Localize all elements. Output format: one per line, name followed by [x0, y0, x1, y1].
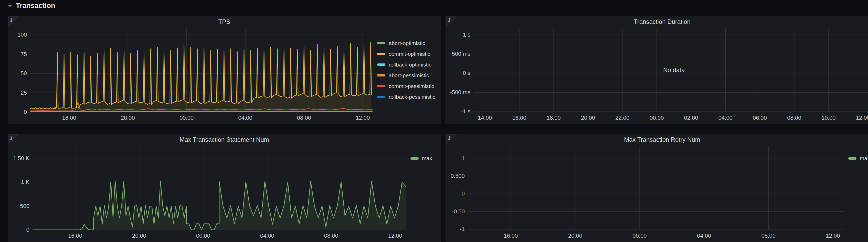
x-tick-label: 20:00: [581, 114, 595, 121]
x-tick-label: 00:00: [650, 114, 664, 121]
x-tick-label: 12:00: [388, 233, 402, 239]
legend-label: commit-optimistic: [389, 51, 430, 57]
legend-label: commit-pessimistic: [389, 83, 434, 89]
x-tick-label: 20:00: [568, 233, 582, 239]
panel-title[interactable]: Max Transaction Retry Num: [461, 136, 863, 143]
legend-swatch: [377, 53, 385, 55]
y-tick-label: 0: [24, 109, 27, 115]
chart-area: 05001 K1.50 K max: [12, 146, 437, 230]
x-tick-label: 00:00: [180, 114, 193, 121]
legend-label: max: [422, 155, 432, 162]
x-tick-label: 04:00: [697, 233, 711, 239]
x-tick-label: 08:00: [297, 114, 311, 121]
x-tick-label: 14:00: [478, 114, 492, 121]
panel-max-transaction-retry-num: i Max Transaction Retry Num -1-0.5000.50…: [445, 134, 868, 242]
legend-swatch: [377, 96, 385, 98]
x-tick-label: 04:00: [260, 233, 274, 239]
x-tick-label: 22:00: [615, 114, 629, 121]
panel-transaction-duration: i Transaction Duration -1 s-500 ms0 s500…: [445, 16, 868, 124]
x-axis: 16:0020:0000:0004:0008:0012:00: [468, 233, 844, 240]
panel-info-icon[interactable]: i: [446, 134, 457, 145]
plot-canvas: No data: [473, 28, 868, 112]
x-axis: 16:0020:0000:0004:0008:0012:00: [33, 233, 406, 240]
y-tick-label: 1.50 K: [13, 155, 29, 162]
legend-item-abort-optimistic[interactable]: abort-optimistic: [373, 38, 437, 48]
legend: max: [406, 146, 437, 230]
y-tick-label: 75: [21, 51, 27, 58]
legend-swatch: [377, 63, 385, 66]
plot-canvas: [33, 146, 406, 230]
plot-canvas: [468, 146, 844, 230]
legend-item-abort-pessimistic[interactable]: abort-pessimistic: [373, 70, 437, 81]
legend-item-rollback-optimistic[interactable]: rollback-optimistic: [373, 59, 437, 70]
y-tick-label: 1: [462, 155, 465, 162]
x-tick-label: 04:00: [238, 114, 252, 121]
legend-item-rollback-pessimistic[interactable]: rollback-pessimistic: [373, 92, 437, 102]
x-tick-label: 02:00: [684, 114, 698, 121]
x-tick-label: 18:00: [547, 114, 561, 121]
x-axis: 16:0020:0000:0004:0008:0012:00: [30, 114, 373, 122]
no-data-text: No data: [663, 67, 685, 74]
x-tick-label: 16:00: [68, 233, 82, 239]
y-axis: 0255075100: [12, 28, 30, 112]
legend-item-commit-pessimistic[interactable]: commit-pessimistic: [373, 81, 437, 92]
y-tick-label: 0: [26, 227, 29, 233]
panel-info-icon[interactable]: i: [446, 16, 457, 27]
row-title: Transaction: [16, 2, 55, 10]
row-header-transaction[interactable]: Transaction: [7, 0, 55, 11]
y-tick-label: -0.50: [452, 208, 465, 215]
y-tick-label: -1 s: [461, 108, 470, 115]
legend-swatch: [377, 74, 385, 76]
legend: max: [844, 146, 868, 230]
panel-info-icon[interactable]: i: [8, 16, 19, 27]
y-tick-label: 25: [21, 90, 27, 96]
chart-canvas: [33, 146, 406, 230]
x-tick-label: 12:00: [355, 114, 370, 121]
legend-label: abort-optimistic: [389, 40, 425, 46]
x-tick-label: 08:00: [762, 233, 776, 239]
x-tick-label: 08:00: [787, 114, 801, 121]
panel-title[interactable]: Max Transaction Statement Num: [23, 136, 425, 143]
x-tick-label: 08:00: [324, 233, 338, 239]
chart-area: 0255075100 abort-optimisticcommit-optimi…: [12, 28, 437, 112]
y-tick-label: 50: [21, 70, 27, 77]
y-tick-label: 1 K: [21, 179, 29, 185]
legend-swatch: [410, 157, 418, 160]
y-tick-label: -500 ms: [450, 89, 470, 96]
y-axis: -1-0.5000.5001: [450, 146, 468, 230]
x-tick-label: 06:00: [753, 114, 767, 121]
legend: abort-optimisticcommit-optimisticrollbac…: [373, 28, 437, 112]
chart-canvas: [30, 28, 373, 112]
y-tick-label: 0: [462, 190, 465, 197]
legend-item-max[interactable]: max: [406, 153, 437, 164]
panel-tps: i TPS 0255075100 abort-optimisticcommit-…: [8, 16, 441, 124]
x-tick-label: 16:00: [504, 233, 518, 239]
legend-item-max[interactable]: max: [844, 153, 868, 164]
panel-title[interactable]: TPS: [23, 18, 425, 25]
y-tick-label: 0 s: [463, 70, 470, 76]
legend-swatch: [848, 157, 857, 160]
legend-item-commit-optimistic[interactable]: commit-optimistic: [373, 48, 437, 59]
chart-area: -1-0.5000.5001 max: [450, 146, 868, 230]
x-tick-label: 20:00: [121, 114, 135, 121]
chevron-down-icon: [7, 2, 13, 9]
x-tick-label: 12:00: [856, 114, 868, 121]
panel-info-icon[interactable]: i: [8, 134, 19, 145]
y-tick-label: 100: [18, 31, 27, 38]
legend-label: rollback-optimistic: [389, 62, 431, 68]
panel-title[interactable]: Transaction Duration: [461, 18, 863, 25]
chart-area: -1 s-500 ms0 s500 ms1 s No data: [450, 28, 868, 112]
legend-label: rollback-pessimistic: [389, 94, 435, 100]
y-tick-label: -1: [460, 226, 465, 233]
x-tick-label: 10:00: [822, 114, 835, 121]
legend-swatch: [377, 42, 385, 44]
x-tick-label: 00:00: [196, 233, 210, 239]
x-tick-label: 20:00: [132, 233, 146, 239]
y-axis: -1 s-500 ms0 s500 ms1 s: [450, 28, 473, 112]
x-axis: 14:0016:0018:0020:0022:0000:0002:0004:00…: [473, 114, 868, 122]
y-tick-label: 1 s: [463, 31, 470, 38]
legend-label: max: [860, 155, 868, 162]
legend-swatch: [377, 85, 385, 87]
x-tick-label: 04:00: [718, 114, 733, 121]
chart-canvas: [468, 146, 844, 230]
